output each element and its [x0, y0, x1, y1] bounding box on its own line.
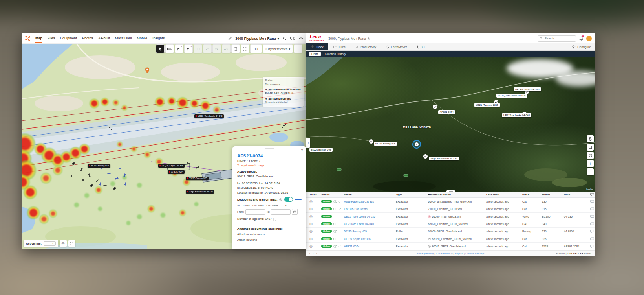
filter-chip-this-week[interactable]: This week: [252, 204, 264, 207]
unit-label-marker[interactable]: UE_PK Shpm Cat 326: [514, 87, 541, 91]
unit-name-link[interactable]: Cat 315 Pon Rental: [344, 208, 396, 210]
fullscreen-control[interactable]: [587, 144, 594, 151]
table-row[interactable]: ◎OnlineCat 315 Pon RentalExcavator71000_…: [306, 205, 595, 213]
column-header-name[interactable]: Name: [344, 193, 396, 196]
page-prev-icon[interactable]: ‹: [309, 252, 310, 255]
comment-icon[interactable]: [589, 245, 595, 248]
unit-name-link[interactable]: UE21Tore Løkke 04-040: [344, 223, 396, 225]
column-header-note[interactable]: Note: [564, 193, 589, 196]
eye-icon[interactable]: [333, 245, 337, 248]
profile-tool-button[interactable]: [222, 44, 231, 53]
nav-item-mass-haul[interactable]: Mass Haul: [115, 34, 132, 43]
page-number[interactable]: 1: [312, 252, 314, 255]
print-control[interactable]: [587, 152, 594, 159]
close-icon[interactable]: ×: [301, 148, 303, 153]
frame-zoom-icon[interactable]: [273, 218, 276, 221]
gear-icon[interactable]: [299, 36, 303, 41]
column-header-zoom[interactable]: Zoom: [309, 193, 321, 196]
unit-label-marker[interactable]: UE21Tore Løkke 04-045: [502, 113, 531, 117]
legend-surface-file[interactable]: ENMR_ARK_GLOBAL.ifc: [265, 92, 301, 96]
column-header-reference-model[interactable]: Reference model: [428, 193, 486, 196]
tab-files[interactable]: Files: [328, 43, 350, 50]
zoom-to-unit-icon[interactable]: ◎: [309, 207, 321, 211]
page-next-icon[interactable]: ›: [316, 252, 317, 255]
unit-label-marker[interactable]: UE21_Tvernes 2369: [474, 103, 500, 107]
eye-icon[interactable]: [333, 230, 337, 233]
table-row[interactable]: ◎OnlineUE21Tore Løkke 04-040Excavator650…: [306, 220, 595, 228]
3d-view-button[interactable]: 3D: [250, 44, 262, 53]
nav-item-mobile[interactable]: Mobile: [137, 34, 148, 43]
fleet-icon[interactable]: [290, 37, 295, 40]
equipment-page-link[interactable]: To equipment's page: [237, 164, 264, 167]
nav-item-equipment[interactable]: Equipment: [60, 34, 77, 43]
flag-tool-button[interactable]: 2: [175, 44, 183, 53]
tab-productivity[interactable]: Productivity: [350, 43, 381, 50]
subtab-units[interactable]: Units: [309, 52, 321, 56]
eye-icon[interactable]: [333, 208, 337, 210]
configure-button[interactable]: Configure: [568, 43, 595, 50]
tab-track[interactable]: Track: [306, 43, 328, 50]
zoom-to-unit-icon[interactable]: ◎: [309, 237, 321, 241]
tab-3d[interactable]: 3D: [412, 43, 429, 50]
filter-chip-today[interactable]: Today: [243, 204, 250, 207]
selected-unit-marker[interactable]: 2: [412, 140, 421, 149]
footer-link-privacy-policy[interactable]: Privacy Policy: [417, 252, 434, 255]
edit-project-icon[interactable]: [228, 37, 232, 40]
zoom-out-button[interactable]: −: [587, 168, 594, 175]
comment-icon[interactable]: [589, 200, 595, 203]
eye-icon[interactable]: [333, 238, 337, 240]
nav-item-photos[interactable]: Photos: [82, 34, 93, 43]
machine-tag[interactable]: 55227 Bomag V05: [88, 164, 110, 168]
panel-collapse-handle[interactable]: ‹: [306, 138, 310, 148]
unit-name-link[interactable]: UE PK Shpm Cat 326: [344, 238, 396, 240]
nav-item-as-built[interactable]: As-built: [98, 34, 110, 43]
unit-icon-marker[interactable]: [369, 139, 373, 144]
unit-label-marker[interactable]: UE21_Tore Løkke 04-008: [496, 94, 527, 98]
zoom-to-unit-icon[interactable]: ◎: [309, 229, 321, 233]
legend-props-header[interactable]: ∨Surface properties: [265, 97, 301, 101]
info-icon[interactable]: [279, 198, 282, 201]
map-attribution[interactable]: Leaflet: [586, 188, 593, 190]
table-row[interactable]: ◎Online55225 Bomag V05Roller65000-GEO1_O…: [306, 228, 595, 235]
layers-selector[interactable]: 2 layers selected▾: [263, 44, 293, 53]
ruler-tool-button[interactable]: [165, 44, 174, 53]
table-drag-handle[interactable]: [446, 190, 455, 192]
zoom-to-unit-icon[interactable]: ◎: [309, 222, 321, 226]
eye-icon[interactable]: [333, 223, 337, 225]
comment-icon[interactable]: [589, 215, 595, 218]
flag-tool-button[interactable]: 3: [184, 44, 193, 53]
zoom-to-unit-icon[interactable]: ◎: [309, 214, 321, 218]
unit-icon-marker[interactable]: [433, 105, 437, 109]
filter-chip--[interactable]: ...: [281, 204, 283, 207]
from-date-input[interactable]: [245, 209, 265, 215]
select-tool-button[interactable]: [231, 44, 240, 53]
fit-extent-button[interactable]: [68, 240, 75, 247]
comment-icon[interactable]: [589, 207, 595, 211]
nav-item-files[interactable]: Files: [48, 34, 55, 43]
leica-logo[interactable]: LeicaGEOSYSTEMS: [309, 34, 324, 43]
machine-tag[interactable]: 55225 Bomag V05: [186, 177, 209, 180]
unit-name-link[interactable]: 55225 Bomag V05: [344, 230, 396, 233]
legend-surface-header[interactable]: ∨Surface elevation and area: [265, 88, 301, 92]
eye-icon[interactable]: [333, 200, 337, 203]
conx-map-canvas[interactable]: 55227 Bomag V0555225 Bomag V05Aage Haver…: [306, 57, 595, 192]
machine-tag[interactable]: UE_PK Shpm Cat 326: [158, 164, 185, 168]
project-selector[interactable]: 3000 Flyplass Mo i Rana ▾: [235, 37, 279, 41]
infrakit-logo-icon[interactable]: [25, 35, 31, 41]
table-row[interactable]: ◎OnlineUE PK Shpm Cat 326Excavator65020_…: [306, 235, 595, 243]
machine-tag[interactable]: Aage Haverstad Cat 330: [186, 190, 214, 194]
filter-chip-all[interactable]: All: [237, 204, 240, 207]
comment-icon[interactable]: [589, 230, 595, 233]
panel-drag-handle[interactable]: [265, 148, 274, 149]
footer-link-cookie-policy[interactable]: Cookie Policy: [436, 252, 452, 255]
table-row[interactable]: ◎OnlineUE21_Tore Løkke 04-035Excavator!6…: [306, 213, 595, 220]
nav-item-map[interactable]: Map: [35, 34, 42, 43]
search-icon[interactable]: [283, 37, 287, 41]
locate-button[interactable]: ◎: [60, 240, 67, 247]
filter-chip-last-week[interactable]: Last week: [266, 204, 278, 207]
column-header-make[interactable]: Make: [522, 193, 542, 196]
zoom-in-button[interactable]: +: [587, 160, 594, 167]
subtab-location-history[interactable]: Location History: [325, 52, 346, 56]
zoom-to-unit-icon[interactable]: ◎: [309, 199, 321, 203]
logpoints-toggle[interactable]: [284, 197, 293, 202]
